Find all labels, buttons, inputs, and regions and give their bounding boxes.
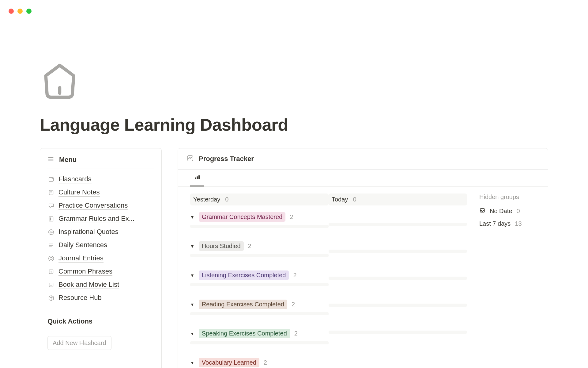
svg-point-18 [50,257,52,259]
svg-rect-9 [49,217,53,221]
cube-icon [47,294,55,302]
menu-item-inspirational-quotes[interactable]: 66 Inspirational Quotes [47,228,154,236]
tracker-title: Progress Tracker [199,155,254,163]
category-chip: Speaking Exercises Completed [199,329,290,338]
window-traffic-lights [9,9,32,14]
category-chip: Listening Exercises Completed [199,270,289,280]
quick-actions-title: Quick Actions [47,317,154,330]
menu-item-label: Common Phrases [58,267,112,276]
lines-icon [47,242,55,249]
minimize-window-button[interactable] [17,9,23,14]
category-count: 2 [264,359,267,366]
placeholder-bar [190,254,329,257]
category-chip: Hours Studied [199,241,244,251]
svg-rect-26 [197,176,198,179]
disclosure-triangle-icon[interactable]: ▼ [190,360,194,365]
activity-icon [187,155,194,163]
page-title: Language Learning Dashboard [40,115,548,135]
disclosure-triangle-icon[interactable]: ▼ [190,244,194,249]
menu-item-label: Daily Sentences [58,241,107,249]
svg-rect-21 [49,283,53,287]
svg-rect-24 [187,155,193,161]
page-icon[interactable] [40,61,548,102]
menu-item-daily-sentences[interactable]: Daily Sentences [47,241,154,249]
category-count: 2 [292,301,295,308]
menu-item-book-movie-list[interactable]: Book and Movie List [47,281,154,289]
placeholder-bar [329,304,467,307]
column-label: Today [332,196,348,203]
placeholder-bar [190,225,329,228]
disclosure-triangle-icon[interactable]: ▼ [190,273,194,278]
sidebar-menu-card: Menu Flashcards Culture Notes Practice C… [40,148,162,368]
menu-item-label: Inspirational Quotes [58,228,119,236]
house-icon [40,61,80,101]
placeholder-bar [329,277,467,280]
menu-item-grammar-rules[interactable]: Grammar Rules and Ex... [47,215,154,223]
menu-item-label: Resource Hub [58,294,102,302]
rules-icon [47,215,55,223]
disclosure-triangle-icon[interactable]: ▼ [190,331,194,336]
disclosure-triangle-icon[interactable]: ▼ [190,215,194,220]
placeholder-bar [190,341,329,344]
category-row-speaking[interactable]: ▼ Speaking Exercises Completed 2 [190,329,329,338]
placeholder-bar [329,331,467,334]
chat-icon [47,202,55,209]
group-no-date[interactable]: No Date 0 [479,207,536,215]
category-row-vocabulary[interactable]: ▼ Vocabulary Learned 2 [190,358,329,367]
category-row-reading[interactable]: ▼ Reading Exercises Completed 2 [190,300,329,309]
text-icon: T [47,268,55,275]
menu-item-journal-entries[interactable]: Journal Entries [47,254,154,263]
tab-board-view[interactable] [190,170,204,186]
card-icon [47,176,55,183]
category-row-grammar[interactable]: ▼ Grammar Concepts Mastered 2 [190,212,329,222]
menu-item-label: Book and Movie List [58,281,119,289]
list-icon [47,281,55,289]
svg-point-17 [49,256,54,261]
menu-item-culture-notes[interactable]: Culture Notes [47,188,154,197]
menu-item-label: Journal Entries [58,254,104,263]
category-chip: Vocabulary Learned [199,358,259,367]
svg-rect-4 [49,177,54,181]
placeholder-bar [329,250,467,253]
column-header-yesterday[interactable]: Yesterday 0 [190,194,329,205]
menu-item-flashcards[interactable]: Flashcards [47,175,154,183]
group-count: 0 [516,208,520,215]
category-count: 2 [248,243,251,250]
svg-point-11 [50,219,51,220]
menu-item-resource-hub[interactable]: Resource Hub [47,294,154,302]
category-count: 2 [294,330,298,337]
column-label: Yesterday [193,196,220,203]
svg-rect-6 [49,190,53,195]
svg-text:66: 66 [50,231,53,234]
add-flashcard-button[interactable]: Add New Flashcard [47,336,111,350]
category-row-listening[interactable]: ▼ Listening Exercises Completed 2 [190,270,329,280]
maximize-window-button[interactable] [26,9,32,14]
menu-item-label: Grammar Rules and Ex... [58,215,134,223]
placeholder-bar [190,312,329,315]
placeholder-bar [190,283,329,286]
menu-title: Menu [59,156,77,164]
menu-item-label: Practice Conversations [58,201,128,210]
close-window-button[interactable] [9,9,14,14]
category-row-hours[interactable]: ▼ Hours Studied 2 [190,241,329,251]
progress-tracker-card: Progress Tracker Yesterday 0 [178,148,548,368]
group-label: Last 7 days [479,220,511,227]
note-icon [47,189,55,196]
hidden-groups-label[interactable]: Hidden groups [479,194,536,201]
svg-rect-27 [198,175,200,179]
column-header-today[interactable]: Today 0 [329,194,467,205]
disclosure-triangle-icon[interactable]: ▼ [190,302,194,307]
placeholder-bar [329,223,467,226]
menu-item-practice-conversations[interactable]: Practice Conversations [47,201,154,210]
inbox-icon [479,207,485,215]
hamburger-icon [47,156,54,164]
bar-chart-icon [194,174,200,180]
category-chip: Grammar Concepts Mastered [199,212,285,222]
menu-item-common-phrases[interactable]: T Common Phrases [47,267,154,276]
category-count: 2 [293,272,296,279]
svg-point-10 [50,217,51,218]
group-last-7-days[interactable]: Last 7 days 13 [479,220,536,227]
svg-rect-25 [195,178,196,179]
column-count: 0 [225,196,228,203]
group-count: 13 [515,220,522,227]
